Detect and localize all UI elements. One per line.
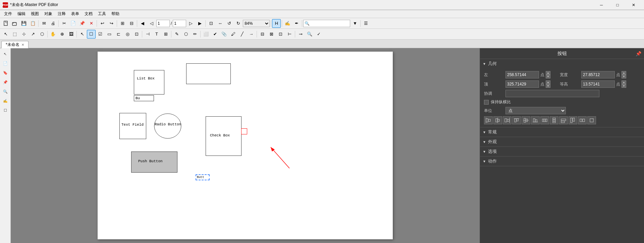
align-center-h-btn[interactable] [493,116,502,124]
checkbox-widget[interactable]: Check Box [206,116,241,156]
new-btn[interactable] [1,19,10,28]
select-btn[interactable]: ↖ [1,30,10,39]
cursor-btn[interactable]: ↖ [78,30,87,39]
line-btn[interactable]: ╱ [238,30,247,39]
form-btn[interactable]: ☐ [87,30,96,39]
rotate-right-btn[interactable]: ↻ [234,19,243,28]
rotate-left-btn[interactable]: ↺ [225,19,233,28]
maximize-button[interactable]: □ [610,0,625,10]
top-up-btn[interactable]: ▲ [546,80,550,84]
options-section-header[interactable]: ▼ 选项 [480,147,644,156]
distribute-v-btn[interactable] [550,116,558,124]
next-page-btn[interactable]: ▶ [196,19,204,28]
menu-help[interactable]: 帮助 [109,10,122,17]
height-down-btn[interactable]: ▼ [622,84,626,88]
stamp-btn[interactable]: ⊟ [258,30,267,39]
top-down-btn[interactable]: ▼ [546,84,550,88]
redo-btn[interactable]: ↪ [107,19,116,28]
geometry-section-header[interactable]: ▼ 几何 [480,59,644,68]
distribute-btn[interactable]: ⊟ [127,19,136,28]
dropdown-btn[interactable]: ⊡ [132,30,141,39]
select3-btn[interactable]: ⊹ [19,30,28,39]
stamp2-btn[interactable]: ⊠ [267,30,276,39]
tab-close-icon[interactable]: ✕ [21,43,24,47]
menu-document[interactable]: 文档 [82,10,95,17]
form2-btn[interactable]: ⊏ [114,30,123,39]
sign1-btn[interactable]: ✍ [283,19,292,28]
align-top-edge-btn[interactable] [512,116,521,124]
check3-btn[interactable]: ✓ [314,30,323,39]
fit-width-btn[interactable]: ↔ [216,19,224,28]
search-input[interactable] [303,20,350,27]
keep-ratio-checkbox[interactable] [484,100,489,105]
formfield-btn[interactable]: ▭ [105,30,114,39]
paste-btn[interactable]: 📌 [78,19,87,28]
align-bottom-edge-btn[interactable] [531,116,540,124]
stamp4-btn[interactable]: ⊢ [285,30,294,39]
search-btn[interactable]: ▼ [351,19,359,28]
stamp3-btn[interactable]: ⊡ [276,30,285,39]
sidebar-sign[interactable]: ✍ [1,97,10,105]
header-btn[interactable]: H [272,19,281,28]
highlight-btn[interactable]: ⬡ [38,30,46,39]
print-btn[interactable]: 🖨 [49,19,57,28]
sidebar-search[interactable]: 🔍 [1,87,10,96]
arrow-btn[interactable]: → [247,30,256,39]
height-value-input[interactable] [581,80,615,88]
select4-btn[interactable]: ↗ [29,30,37,39]
textfield-widget[interactable]: Text Field [119,113,146,139]
align-left-edge-btn[interactable] [484,116,493,124]
copy-btn[interactable]: 📄 [69,19,77,28]
email-btn[interactable]: ✉ [40,19,48,28]
minimize-button[interactable]: ─ [594,0,609,10]
unit-select[interactable]: 点 毫米 厘米 英寸 [505,107,566,114]
combobox-widget[interactable]: Bu [134,95,154,101]
hand-btn[interactable]: ✋ [49,30,57,39]
radio-btn[interactable]: ◎ [123,30,132,39]
width-up-btn[interactable]: ▲ [622,71,626,75]
check2-btn[interactable]: ✔ [211,30,219,39]
prev-page-btn[interactable]: ◀ [138,19,147,28]
tab-unnamed[interactable]: *未命名 ✕ [1,41,29,48]
ink-btn[interactable]: 🖊 [229,30,237,39]
prev-btn2[interactable]: ◁ [147,19,156,28]
list-view-btn[interactable]: ☰ [362,19,370,28]
same-size-btn[interactable] [578,116,587,124]
clip-btn[interactable]: 📎 [220,30,228,39]
small-button-widget[interactable]: Butt [196,174,210,180]
rect-btn[interactable]: ⬜ [202,30,210,39]
save-btn[interactable]: 💾 [19,19,28,28]
panel-pin-icon[interactable]: 📌 [636,51,641,56]
canvas-area[interactable]: List Box Bu Text Field Radio Button [11,48,480,243]
align-btn[interactable]: ⊞ [118,19,127,28]
close-button[interactable]: ✕ [626,0,641,10]
select2-btn[interactable]: ⬚ [10,30,19,39]
sidebar-form[interactable]: ☐ [1,106,10,115]
delete-btn[interactable]: ✕ [87,19,96,28]
menu-object[interactable]: 对象 [42,10,55,17]
blank-rect-widget[interactable] [186,63,231,84]
text-btn[interactable]: T [152,30,161,39]
resize-btn[interactable] [587,116,596,124]
left-up-btn[interactable]: ▲ [546,71,550,75]
shape-btn[interactable]: ⬡ [181,30,190,39]
menu-file[interactable]: 文件 [1,10,15,17]
sign2-btn[interactable]: ✒ [292,19,301,28]
top-value-input[interactable] [505,80,539,88]
sidebar-page[interactable]: 📄 [1,59,10,68]
actions-section-header[interactable]: ▼ 动作 [480,157,644,166]
measure-btn[interactable]: ⊸ [296,30,305,39]
align-center-v-btn[interactable] [522,116,530,124]
same-width-btn[interactable] [559,116,568,124]
zoom2-btn[interactable]: 🔍 [305,30,314,39]
next-btn[interactable]: ▷ [186,19,195,28]
page-input[interactable] [156,20,170,27]
zoom-select[interactable]: 84% 50% 75% 100% 125% 150% [243,20,270,27]
img2-btn[interactable]: ⊞ [161,30,170,39]
width-down-btn[interactable]: ▼ [622,75,626,78]
img-btn[interactable]: 🖼 [67,30,75,39]
appearance-section-header[interactable]: ▼ 外观 [480,137,644,146]
pushbutton-widget[interactable]: Push Button [131,151,177,173]
left-down-btn[interactable]: ▼ [546,75,550,78]
width-value-input[interactable] [581,71,615,78]
